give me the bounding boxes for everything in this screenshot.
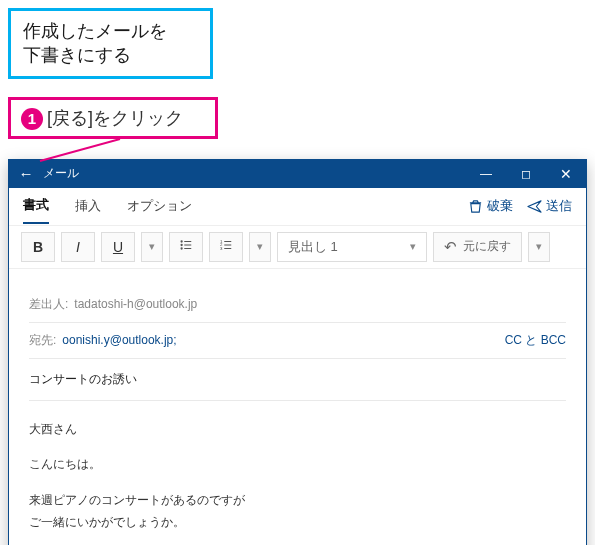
tab-format[interactable]: 書式 <box>23 188 49 224</box>
compose-tab-bar: 書式 挿入 オプション 破棄 送信 <box>9 188 586 226</box>
window-close-button[interactable]: ✕ <box>546 166 586 182</box>
to-value: oonishi.y@outlook.jp; <box>62 333 176 347</box>
send-label: 送信 <box>546 197 572 215</box>
undo-icon: ↶ <box>444 238 457 256</box>
chevron-down-icon: ▾ <box>536 240 542 253</box>
arrow-left-icon: ← <box>19 165 34 182</box>
callout-note-text: 作成したメールを 下書きにする <box>23 21 167 65</box>
window-minimize-button[interactable]: — <box>466 167 506 181</box>
undo-more-button[interactable]: ▾ <box>528 232 550 262</box>
send-button[interactable]: 送信 <box>527 197 572 215</box>
to-row[interactable]: 宛先: oonishi.y@outlook.jp; CC と BCC <box>29 323 566 359</box>
chevron-down-icon: ▾ <box>257 240 263 253</box>
from-value: tadatoshi-h@outlook.jp <box>74 297 197 311</box>
style-select[interactable]: 見出し 1 ▾ <box>277 232 427 262</box>
italic-button[interactable]: I <box>61 232 95 262</box>
from-label: 差出人: <box>29 296 68 313</box>
body-line: 大西さん <box>29 419 566 441</box>
svg-point-0 <box>180 241 182 243</box>
bullet-list-button[interactable] <box>169 232 203 262</box>
step-text: [戻る]をクリック <box>47 108 183 128</box>
trash-icon <box>468 199 483 214</box>
tab-options[interactable]: オプション <box>127 189 192 223</box>
underline-button[interactable]: U <box>101 232 135 262</box>
message-body[interactable]: 大西さん こんにちは。 来週ピアノのコンサートがあるのですが ご一緒にいかがでし… <box>29 401 566 545</box>
window-title: メール <box>43 165 466 182</box>
svg-point-2 <box>180 248 182 250</box>
bullet-list-icon <box>179 238 193 255</box>
back-button[interactable]: ← <box>9 165 43 182</box>
bold-button[interactable]: B <box>21 232 55 262</box>
step-number-badge: 1 <box>21 108 43 130</box>
callout-pointer-line <box>30 139 170 159</box>
format-toolbar: B I U ▾ 123 ▾ 見出し 1 ▾ ↶ 元に戻す ▾ <box>9 226 586 269</box>
window-titlebar: ← メール — ◻ ✕ <box>9 160 586 188</box>
numbered-list-button[interactable]: 123 <box>209 232 243 262</box>
minimize-icon: — <box>480 167 492 181</box>
to-label: 宛先: <box>29 332 56 349</box>
body-line: 来週ピアノのコンサートがあるのですが ご一緒にいかがでしょうか。 <box>29 490 566 533</box>
cc-bcc-toggle[interactable]: CC と BCC <box>505 332 566 349</box>
subject-field[interactable]: コンサートのお誘い <box>29 359 566 401</box>
compose-area: 差出人: tadatoshi-h@outlook.jp 宛先: oonishi.… <box>9 269 586 545</box>
tab-insert[interactable]: 挿入 <box>75 189 101 223</box>
close-icon: ✕ <box>560 166 572 182</box>
send-icon <box>527 199 542 214</box>
undo-button[interactable]: ↶ 元に戻す <box>433 232 522 262</box>
body-line: こんにちは。 <box>29 454 566 476</box>
from-row: 差出人: tadatoshi-h@outlook.jp <box>29 287 566 323</box>
chevron-down-icon: ▾ <box>149 240 155 253</box>
svg-point-1 <box>180 244 182 246</box>
discard-button[interactable]: 破棄 <box>468 197 513 215</box>
numbered-list-icon: 123 <box>219 238 233 255</box>
style-select-value: 見出し 1 <box>288 238 338 256</box>
list-more-button[interactable]: ▾ <box>249 232 271 262</box>
maximize-icon: ◻ <box>521 167 531 181</box>
svg-text:3: 3 <box>220 246 223 251</box>
chevron-down-icon: ▾ <box>410 240 416 253</box>
discard-label: 破棄 <box>487 197 513 215</box>
font-more-button[interactable]: ▾ <box>141 232 163 262</box>
window-maximize-button[interactable]: ◻ <box>506 167 546 181</box>
undo-label: 元に戻す <box>463 238 511 255</box>
callout-draft-note: 作成したメールを 下書きにする <box>8 8 213 79</box>
mail-compose-window: ← メール — ◻ ✕ 書式 挿入 オプション 破棄 送信 B I U ▾ <box>8 159 587 545</box>
callout-step-1: 1[戻る]をクリック <box>8 97 218 139</box>
